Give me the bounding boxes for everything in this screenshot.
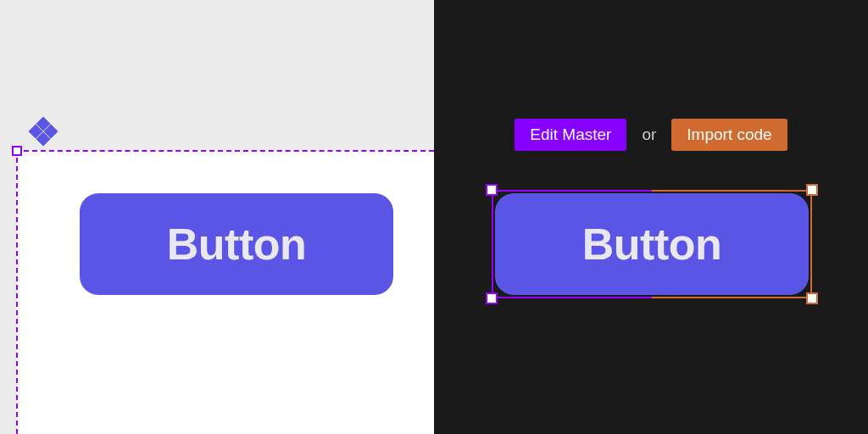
import-code-button[interactable]: Import code — [671, 119, 787, 151]
sample-button-label: Button — [167, 219, 306, 270]
design-canvas-panel: Button — [0, 0, 434, 434]
frame-dashed-border-top — [24, 150, 434, 152]
selection-handle-tl[interactable] — [486, 184, 498, 196]
split-stage: Button Edit Master or Import code Button — [0, 0, 868, 434]
frame-dashed-border-left — [16, 158, 18, 434]
selection-edge-left — [492, 190, 493, 298]
component-badge-icon — [31, 119, 56, 144]
selection-outline — [492, 190, 812, 298]
selection-edge-top-master — [492, 190, 652, 192]
selection-handle-br[interactable] — [806, 292, 818, 304]
selection-handle-tr[interactable] — [806, 184, 818, 196]
edit-master-button[interactable]: Edit Master — [515, 119, 626, 151]
sample-button[interactable]: Button — [80, 193, 393, 295]
selection-edge-bottom-master — [492, 297, 652, 298]
code-canvas-panel: Edit Master or Import code Button — [434, 0, 868, 434]
import-code-label: Import code — [687, 125, 771, 143]
selection-handle-bl[interactable] — [486, 292, 498, 304]
edit-master-label: Edit Master — [530, 125, 611, 143]
selection-edge-top-code — [652, 190, 812, 192]
or-separator: or — [642, 125, 656, 144]
selection-edge-bottom-code — [652, 297, 812, 298]
action-row: Edit Master or Import code — [434, 119, 868, 151]
selection-edge-right — [810, 190, 812, 298]
frame-resize-handle-tl[interactable] — [12, 146, 22, 156]
